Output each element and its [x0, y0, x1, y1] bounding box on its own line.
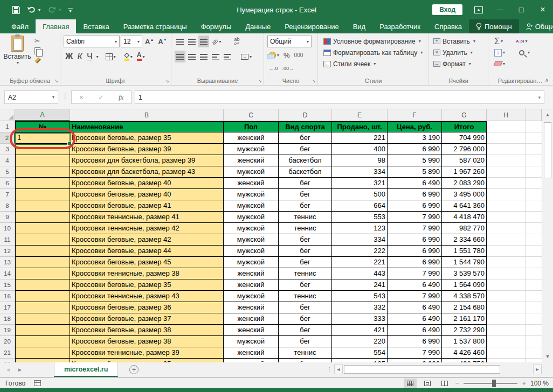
cell[interactable]: [487, 257, 526, 268]
cell[interactable]: 400: [332, 144, 388, 155]
cell[interactable]: мужской: [224, 212, 279, 223]
cell[interactable]: Продано, шт.: [332, 121, 388, 132]
cell[interactable]: Кроссовки теннисные, размер 38: [70, 268, 224, 279]
cell[interactable]: [526, 325, 542, 336]
cell[interactable]: [526, 155, 542, 166]
column-header-H[interactable]: H: [487, 109, 526, 121]
cell[interactable]: бег: [279, 246, 332, 257]
column-header-G[interactable]: G: [442, 109, 487, 121]
zoom-out-icon[interactable]: −: [455, 379, 460, 387]
cell[interactable]: бег: [279, 359, 332, 362]
cell[interactable]: 421: [332, 325, 388, 336]
cell[interactable]: [487, 166, 526, 178]
format-as-table-button[interactable]: Форматировать как таблицу▾: [323, 47, 426, 58]
column-header-E[interactable]: E: [332, 109, 388, 121]
horizontal-scroll-thumb[interactable]: [344, 365, 500, 374]
cell[interactable]: [526, 257, 542, 268]
cell[interactable]: Наименование: [70, 121, 224, 132]
cell[interactable]: Кроссовки беговые, размер 38: [70, 325, 224, 336]
cell[interactable]: [487, 189, 526, 200]
cell[interactable]: 587 020: [442, 155, 487, 166]
cell[interactable]: 704 990: [442, 132, 487, 144]
cell[interactable]: женский: [224, 302, 279, 313]
format-painter-icon[interactable]: [34, 57, 41, 64]
cell[interactable]: женский: [224, 268, 279, 279]
cell[interactable]: [487, 200, 526, 212]
cell[interactable]: 7 990: [388, 223, 442, 234]
row-header-6[interactable]: 6: [0, 178, 15, 189]
cell[interactable]: женский: [224, 132, 279, 144]
cell[interactable]: Кроссовки беговые, размер 42: [70, 234, 224, 246]
zoom-slider[interactable]: [464, 383, 517, 384]
cell[interactable]: [526, 246, 542, 257]
bold-button[interactable]: Ж: [64, 51, 74, 62]
ribbon-tab-7[interactable]: Рецензирование: [278, 19, 345, 33]
cell[interactable]: [487, 121, 526, 132]
cell[interactable]: [526, 166, 542, 178]
cell[interactable]: Цена, руб.: [388, 121, 442, 132]
cell[interactable]: 98: [332, 155, 388, 166]
cell[interactable]: 220: [332, 336, 388, 347]
cell[interactable]: [487, 246, 526, 257]
cell[interactable]: [526, 347, 542, 359]
font-color-button[interactable]: А▾: [135, 51, 147, 62]
cell[interactable]: 334: [332, 166, 388, 178]
comma-style-button[interactable]: 000: [293, 49, 305, 61]
cell[interactable]: 6 990: [388, 144, 442, 155]
cell[interactable]: 333: [332, 313, 388, 325]
cell[interactable]: [15, 212, 70, 223]
cell[interactable]: мужской: [224, 257, 279, 268]
cell-styles-button[interactable]: Стили ячеек▾: [323, 58, 426, 69]
cell[interactable]: бег: [279, 313, 332, 325]
row-header-11[interactable]: 11: [0, 234, 15, 246]
percent-style-button[interactable]: %: [282, 49, 292, 61]
fill-color-button[interactable]: ◇▾: [123, 51, 134, 62]
cell[interactable]: женский: [224, 155, 279, 166]
sort-filter-button[interactable]: А↓Я▾: [514, 36, 529, 47]
horizontal-scrollbar[interactable]: ◄ ►: [334, 364, 542, 375]
row-header-16[interactable]: 16: [0, 291, 15, 302]
cell[interactable]: [15, 200, 70, 212]
cell[interactable]: 125: [332, 359, 388, 362]
find-select-button[interactable]: ▾: [517, 47, 531, 59]
scroll-left-icon[interactable]: ◄: [334, 365, 343, 374]
cell[interactable]: [15, 155, 70, 166]
cell[interactable]: 7 990: [388, 212, 442, 223]
delete-cells-button[interactable]: × Удалить▾: [433, 47, 486, 58]
cell[interactable]: 7 990: [388, 291, 442, 302]
cell[interactable]: [487, 268, 526, 279]
cell[interactable]: [487, 313, 526, 325]
ribbon-tab-1[interactable]: Файл: [4, 19, 36, 33]
cell[interactable]: 6 990: [388, 189, 442, 200]
cell[interactable]: бег: [279, 325, 332, 336]
clear-button[interactable]: ▾: [493, 58, 507, 70]
increase-indent-icon[interactable]: [222, 51, 233, 62]
cell[interactable]: [487, 291, 526, 302]
formula-input[interactable]: 1▾: [135, 90, 544, 104]
cell[interactable]: 1 537 800: [442, 336, 487, 347]
orientation-button[interactable]: ab▾: [210, 36, 223, 47]
cell[interactable]: 553: [332, 212, 388, 223]
cell[interactable]: [487, 132, 526, 144]
cell[interactable]: Кроссовки беговые, размер 41: [70, 200, 224, 212]
row-header-20[interactable]: 20: [0, 336, 15, 347]
cell[interactable]: мужской: [224, 223, 279, 234]
cell[interactable]: [526, 268, 542, 279]
cell[interactable]: 222: [332, 246, 388, 257]
maximize-button[interactable]: □: [516, 5, 526, 14]
cell[interactable]: 123: [332, 223, 388, 234]
alignment-dialog-launcher-icon[interactable]: ↘: [258, 78, 262, 83]
align-left-button[interactable]: [175, 51, 185, 62]
cell[interactable]: женский: [224, 279, 279, 291]
cell[interactable]: теннис: [279, 268, 332, 279]
cell[interactable]: бег: [279, 336, 332, 347]
row-header-18[interactable]: 18: [0, 313, 15, 325]
close-button[interactable]: ×: [538, 5, 548, 15]
cell[interactable]: Кроссовки беговые, размер 40: [70, 178, 224, 189]
cell[interactable]: Кроссовки беговые, размер 40: [70, 189, 224, 200]
cell[interactable]: [526, 234, 542, 246]
cell[interactable]: [487, 212, 526, 223]
cell[interactable]: Кроссовки теннисные, размер 39: [70, 347, 224, 359]
cell[interactable]: [526, 144, 542, 155]
cell[interactable]: 1 967 260: [442, 166, 487, 178]
